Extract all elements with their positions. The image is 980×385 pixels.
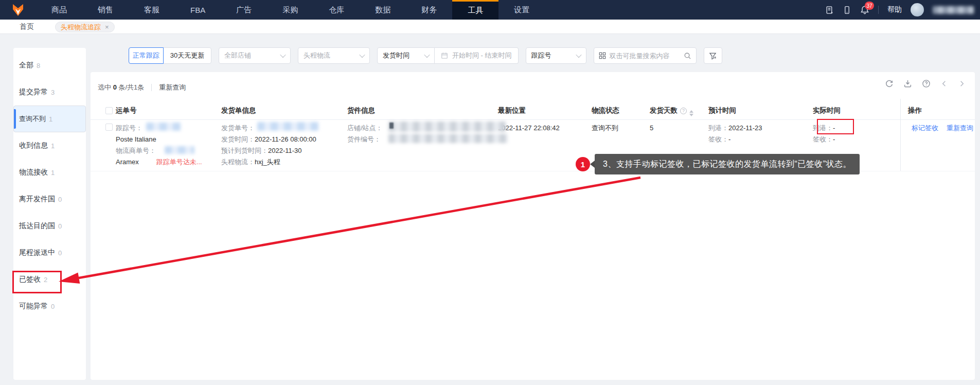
- time-type-select-value: 发货时间: [383, 51, 421, 60]
- sidebar-count: 3: [51, 89, 55, 96]
- tab-label: 头程物流追踪: [61, 23, 101, 32]
- selected-count-text: 选中 0 条/共1条: [98, 83, 144, 92]
- nav-item-products[interactable]: 商品: [36, 0, 82, 20]
- sidebar-label: 可能异常: [19, 302, 48, 311]
- download-icon[interactable]: [903, 79, 912, 88]
- selected-count: 0: [113, 83, 117, 91]
- chevron-down-icon: [424, 52, 430, 58]
- nav-item-fba[interactable]: FBA: [175, 0, 221, 20]
- requery-row-button[interactable]: 重新查询: [947, 122, 973, 134]
- select-all-checkbox[interactable]: [105, 107, 113, 114]
- shop-select-value: 全部店铺: [224, 51, 277, 60]
- track-status-normal-button[interactable]: 正常跟踪: [129, 47, 164, 64]
- tab-first-leg-tracking[interactable]: 头程物流追踪 ×: [55, 22, 115, 32]
- sidebar-label: 物流接收: [19, 168, 48, 177]
- col-header-actual-time: 实际时间: [813, 102, 841, 119]
- tracking-no-select[interactable]: 跟踪号: [526, 47, 586, 64]
- sidebar-count: 0: [58, 222, 62, 230]
- no-update-30d-button[interactable]: 30天无更新: [163, 47, 211, 64]
- batch-bar: 选中 0 条/共1条 重新查询: [98, 78, 186, 97]
- nav-item-warehouse[interactable]: 仓库: [313, 0, 360, 20]
- date-range-input[interactable]: 开始时间 - 结束时间: [435, 47, 519, 64]
- sidebar-item-left-origin[interactable]: 离开发件国0: [13, 186, 86, 213]
- sidebar-label: 抵达目的国: [19, 221, 55, 231]
- col-header-shipment-info: 发货单信息: [221, 102, 256, 119]
- nav-item-tools[interactable]: 工具: [452, 0, 498, 20]
- feedback-icon[interactable]: [825, 6, 834, 14]
- tab-bar: 首页 头程物流追踪 ×: [0, 20, 980, 34]
- redacted-carrier-no: [165, 146, 194, 154]
- sort-icon[interactable]: [689, 110, 693, 116]
- sidebar-item-all[interactable]: 全部8: [13, 52, 86, 79]
- topnav-divider: [878, 6, 879, 14]
- nav-item-ads[interactable]: 广告: [221, 0, 267, 20]
- notification-badge: 37: [865, 2, 874, 10]
- sidebar-item-arrived-destination[interactable]: 抵达目的国0: [13, 213, 86, 239]
- sidebar-count: 1: [51, 142, 55, 150]
- batch-search-box: [594, 47, 697, 64]
- sidebar-item-possible-error[interactable]: 可能异常0: [13, 293, 86, 320]
- sidebar-count: 1: [51, 169, 55, 177]
- sidebar-label: 全部: [19, 61, 33, 70]
- col-header-ship-days: 发货天数?: [650, 102, 693, 119]
- sidebar-item-carrier-received[interactable]: 物流接收1: [13, 159, 86, 186]
- cell-cargo-info: 店铺/站点： 货件编号：: [347, 122, 383, 145]
- time-type-select[interactable]: 发货时间: [377, 47, 435, 64]
- first-leg-select[interactable]: 头程物流: [298, 47, 370, 64]
- notifications-bell-icon[interactable]: 37: [860, 5, 869, 14]
- nav-item-sales[interactable]: 销售: [82, 0, 129, 20]
- nav-item-finance[interactable]: 财务: [406, 0, 452, 20]
- shop-select[interactable]: 全部店铺: [219, 47, 291, 64]
- sidebar-item-submit-error[interactable]: 提交异常3: [13, 79, 86, 106]
- sidebar-label: 尾程派送中: [19, 248, 55, 257]
- col-header-logistics-status: 物流状态: [592, 102, 619, 119]
- chevron-down-icon: [576, 52, 581, 58]
- cell-ship-days: 5: [650, 122, 653, 134]
- refresh-icon[interactable]: [885, 79, 894, 88]
- search-icon[interactable]: [684, 52, 691, 60]
- main-menu: 商品 销售 客服 FBA 广告 采购 仓库 数据 财务 工具 设置: [36, 0, 545, 20]
- avatar[interactable]: [911, 3, 924, 16]
- cell-logistics-status: 查询不到: [592, 122, 618, 134]
- sidebar-count: 8: [37, 62, 40, 69]
- requery-selected-button[interactable]: 重新查询: [159, 83, 186, 92]
- page-prev-icon[interactable]: [940, 80, 948, 87]
- sidebar-item-last-mile[interactable]: 尾程派送中0: [13, 239, 86, 266]
- nav-item-purchase[interactable]: 采购: [267, 0, 313, 20]
- col-header-actions: 操作: [908, 102, 922, 119]
- close-tab-icon[interactable]: ×: [105, 24, 109, 30]
- page-next-icon[interactable]: [958, 80, 966, 87]
- nav-item-customer-service[interactable]: 客服: [129, 0, 175, 20]
- calendar-icon: [441, 52, 448, 59]
- search-input[interactable]: [610, 52, 680, 60]
- mark-delivered-button[interactable]: 标记签收: [912, 122, 938, 134]
- topnav-right: 37 帮助: [825, 0, 980, 20]
- nav-item-data[interactable]: 数据: [360, 0, 406, 20]
- sidebar-label: 提交异常: [19, 87, 48, 97]
- sidebar-item-info-received[interactable]: 收到信息1: [13, 132, 86, 159]
- redacted-cargo-no: [388, 134, 508, 143]
- cell-estimated-time: 到港：2022-11-23 签收：-: [708, 122, 762, 145]
- sidebar-item-delivered[interactable]: 已签收2: [13, 266, 86, 293]
- sidebar-label: 查询不到: [19, 114, 46, 124]
- logo-fox-icon[interactable]: [0, 0, 36, 20]
- sidebar-count: 0: [58, 196, 62, 203]
- date-range-placeholder: 开始时间 - 结束时间: [452, 51, 512, 60]
- header-divider: [91, 119, 975, 120]
- sidebar-count: 1: [49, 115, 52, 123]
- chevron-down-icon: [280, 52, 286, 58]
- help-link[interactable]: 帮助: [887, 5, 902, 14]
- filter-toolbar: 正常跟踪 30天无更新 全部店铺 头程物流 发货时间 开始时间 - 结束时间 跟…: [129, 47, 722, 64]
- funnel-icon: [709, 52, 717, 60]
- redacted-tracking-no: [146, 122, 181, 131]
- nav-item-settings[interactable]: 设置: [498, 0, 545, 20]
- filter-funnel-button[interactable]: [704, 47, 722, 64]
- question-circle-icon[interactable]: ?: [680, 108, 687, 114]
- tab-home[interactable]: 首页: [20, 22, 34, 31]
- row-checkbox[interactable]: [105, 124, 113, 131]
- help-circle-icon[interactable]: [922, 79, 931, 88]
- top-navigation: 商品 销售 客服 FBA 广告 采购 仓库 数据 财务 工具 设置: [0, 0, 980, 20]
- sidebar-item-not-found[interactable]: 查询不到1: [13, 106, 86, 132]
- sidebar-count: 2: [44, 276, 47, 284]
- mobile-icon[interactable]: [843, 6, 851, 14]
